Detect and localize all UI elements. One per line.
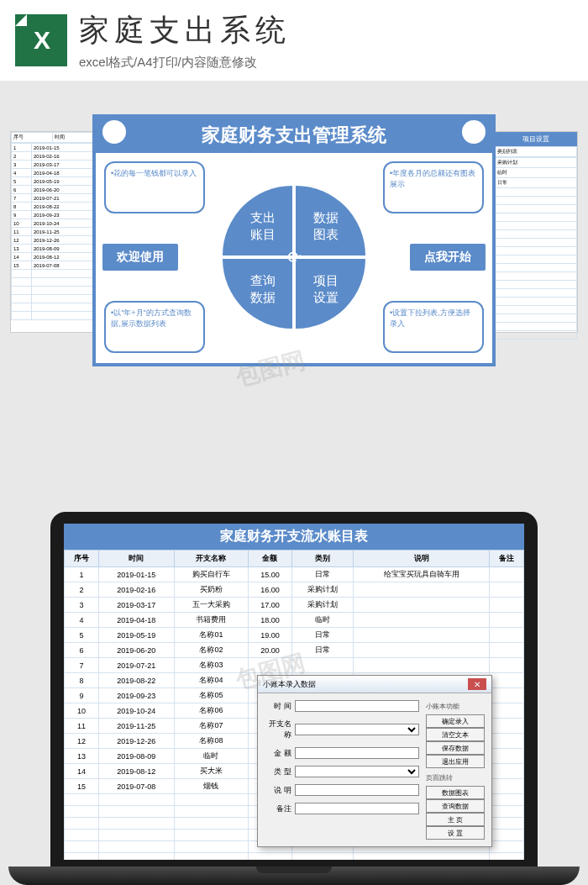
- screen: 家庭财务开支流水账目表 序号时间开支名称金额类别说明备注 12019-01-15…: [64, 524, 524, 860]
- ledger-header: 时间: [98, 550, 174, 567]
- page-header: X 家庭支出系统 excel格式/A4打印/内容随意修改: [0, 0, 588, 81]
- table-row[interactable]: [65, 853, 524, 861]
- title-circle-right: [462, 120, 486, 144]
- table-row[interactable]: 72019-07-21名称03: [65, 658, 524, 673]
- middle-section: 序号时间 12019-01-1522019-02-1632019-03-1742…: [0, 81, 588, 400]
- btn-group2-label: 页面跳转: [426, 773, 485, 782]
- table-row[interactable]: 42019-04-18书籍费用18.00临时: [65, 613, 524, 628]
- panel-title: 家庭财务支出管理系统: [96, 118, 492, 153]
- info-box-tr: •年度各月的总额还有图表展示: [383, 161, 484, 213]
- label-type: 类 型: [265, 766, 291, 777]
- dialog-titlebar[interactable]: 小账本录入数据 ✕: [258, 676, 491, 693]
- table-row[interactable]: 52019-05-19名称0119.00日常: [65, 628, 524, 643]
- ledger-title: 家庭财务开支流水账目表: [64, 524, 524, 550]
- dialog-button[interactable]: 查询数据: [426, 799, 485, 813]
- bg-sheet-left: 序号时间 12019-01-1522019-02-1632019-03-1742…: [10, 131, 94, 333]
- bg-sheet-right: 项目设置 类别列表 采购计划临时日常: [494, 131, 578, 333]
- table-row[interactable]: 12019-01-15购买自行车15.00日常给宝宝买玩具自骑车用: [65, 567, 524, 582]
- button-column: 小账本功能 确定录入清空文本保存数据退出应用 页面跳转 数据图表查询数据主 页设…: [426, 700, 485, 840]
- ledger-header: 类别: [291, 550, 354, 567]
- title-circle-left: [102, 120, 126, 144]
- center-circle: 支出账目 数据图表 查询数据 项目设置 ⟳: [223, 186, 365, 329]
- label-time: 时 间: [265, 701, 291, 712]
- sub-title: excel格式/A4打印/内容随意修改: [79, 55, 573, 71]
- dialog-title-text: 小账本录入数据: [263, 679, 316, 690]
- ledger-header: 序号: [65, 550, 99, 567]
- ledger-header: 开支名称: [174, 550, 248, 567]
- laptop-base: [8, 867, 580, 885]
- excel-icon: X: [15, 14, 67, 66]
- dialog-button[interactable]: 退出应用: [426, 755, 485, 768]
- ledger-header: 金额: [249, 550, 292, 567]
- diagram: •花的每一笔钱都可以录入 •年度各月的总额还有图表展示 •以"年+月"的方式查询…: [96, 153, 492, 361]
- laptop-mockup: 家庭财务开支流水账目表 序号时间开支名称金额类别说明备注 12019-01-15…: [8, 512, 580, 885]
- info-box-bl: •以"年+月"的方式查询数据,展示数据列表: [104, 301, 205, 353]
- dialog-body: 时 间 开支名称 金 额 类 型 说 明 备注 小账本功能 确定录入清空文本保存…: [258, 693, 491, 846]
- table-row[interactable]: 22019-02-16买奶粉16.00采购计划: [65, 582, 524, 598]
- form-column: 时 间 开支名称 金 额 类 型 说 明 备注: [265, 700, 419, 840]
- input-note[interactable]: [295, 784, 419, 796]
- table-row[interactable]: 32019-03-17五一大采购17.00采购计划: [65, 598, 524, 613]
- main-panel: 家庭财务支出管理系统 •花的每一笔钱都可以录入 •年度各月的总额还有图表展示 •…: [92, 114, 496, 366]
- ledger-header: 备注: [490, 550, 524, 567]
- welcome-button[interactable]: 欢迎使用: [102, 244, 178, 271]
- input-remark[interactable]: [295, 803, 419, 814]
- info-box-tl: •花的每一笔钱都可以录入: [104, 161, 205, 213]
- dialog-button[interactable]: 数据图表: [426, 786, 485, 799]
- dialog-button[interactable]: 确定录入: [426, 714, 485, 728]
- input-type[interactable]: [295, 766, 419, 777]
- btn-group1-label: 小账本功能: [426, 702, 485, 711]
- table-row[interactable]: 62019-06-20名称0220.00日常: [65, 643, 524, 658]
- label-note: 说 明: [265, 785, 291, 796]
- label-remark: 备注: [265, 803, 291, 814]
- header-text: 家庭支出系统 excel格式/A4打印/内容随意修改: [79, 10, 573, 71]
- input-time[interactable]: [295, 700, 419, 712]
- main-title: 家庭支出系统: [79, 10, 573, 51]
- screen-frame: 家庭财务开支流水账目表 序号时间开支名称金额类别说明备注 12019-01-15…: [50, 512, 538, 867]
- label-amount: 金 额: [265, 748, 291, 759]
- input-amount[interactable]: [295, 747, 419, 759]
- dialog-button[interactable]: 保存数据: [426, 741, 485, 755]
- dialog-button[interactable]: 主 页: [426, 813, 485, 826]
- dialog-button[interactable]: 设 置: [426, 826, 485, 840]
- start-button[interactable]: 点我开始: [410, 244, 486, 271]
- input-dialog: 小账本录入数据 ✕ 时 间 开支名称 金 额 类 型 说 明 备注 小账本功能 …: [257, 675, 492, 847]
- label-name: 开支名称: [265, 719, 291, 740]
- sync-icon: ⟳: [281, 245, 307, 270]
- ledger-header: 说明: [354, 550, 490, 567]
- info-box-br: •设置下拉列表,方便选择录入: [383, 301, 484, 353]
- input-name[interactable]: [295, 724, 419, 735]
- close-icon[interactable]: ✕: [468, 678, 486, 690]
- dialog-button[interactable]: 清空文本: [426, 728, 485, 741]
